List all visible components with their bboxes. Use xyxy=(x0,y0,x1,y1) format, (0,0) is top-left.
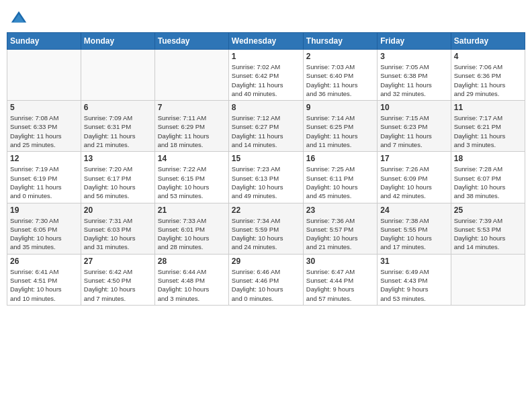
day-info: Sunrise: 7:30 AM Sunset: 6:05 PM Dayligh… xyxy=(10,216,78,252)
calendar-cell: 12Sunrise: 7:19 AM Sunset: 6:19 PM Dayli… xyxy=(7,152,81,203)
day-number: 18 xyxy=(454,154,522,163)
day-number: 1 xyxy=(232,52,300,61)
day-number: 11 xyxy=(454,103,522,112)
page-header xyxy=(7,7,525,28)
calendar-cell: 7Sunrise: 7:11 AM Sunset: 6:29 PM Daylig… xyxy=(154,101,228,152)
day-number: 19 xyxy=(10,205,78,215)
day-number: 28 xyxy=(158,257,226,266)
week-row-2: 5Sunrise: 7:08 AM Sunset: 6:33 PM Daylig… xyxy=(7,101,525,152)
calendar-cell: 23Sunrise: 7:36 AM Sunset: 5:57 PM Dayli… xyxy=(303,203,377,254)
day-number: 14 xyxy=(158,154,226,163)
day-number: 5 xyxy=(10,103,78,112)
day-info: Sunrise: 6:46 AM Sunset: 4:46 PM Dayligh… xyxy=(232,267,300,303)
weekday-header-friday: Friday xyxy=(378,33,451,50)
day-number: 29 xyxy=(232,257,300,266)
day-number: 13 xyxy=(84,154,152,163)
day-number: 17 xyxy=(380,154,447,163)
day-info: Sunrise: 7:34 AM Sunset: 5:59 PM Dayligh… xyxy=(232,216,300,252)
day-info: Sunrise: 7:12 AM Sunset: 6:27 PM Dayligh… xyxy=(232,113,300,149)
day-number: 25 xyxy=(454,205,522,215)
logo xyxy=(9,9,31,28)
calendar-table: SundayMondayTuesdayWednesdayThursdayFrid… xyxy=(7,32,525,306)
day-info: Sunrise: 6:49 AM Sunset: 4:43 PM Dayligh… xyxy=(380,267,447,303)
calendar-cell: 28Sunrise: 6:44 AM Sunset: 4:48 PM Dayli… xyxy=(154,254,228,305)
calendar-cell: 25Sunrise: 7:39 AM Sunset: 5:53 PM Dayli… xyxy=(451,203,525,254)
week-row-1: 1Sunrise: 7:02 AM Sunset: 6:42 PM Daylig… xyxy=(7,50,525,101)
calendar-cell: 6Sunrise: 7:09 AM Sunset: 6:31 PM Daylig… xyxy=(81,101,154,152)
calendar-cell: 11Sunrise: 7:17 AM Sunset: 6:21 PM Dayli… xyxy=(451,101,525,152)
day-info: Sunrise: 6:47 AM Sunset: 4:44 PM Dayligh… xyxy=(306,267,374,303)
calendar-cell xyxy=(7,50,81,101)
weekday-header-sunday: Sunday xyxy=(7,33,81,50)
calendar-cell: 30Sunrise: 6:47 AM Sunset: 4:44 PM Dayli… xyxy=(303,254,377,305)
calendar-cell: 10Sunrise: 7:15 AM Sunset: 6:23 PM Dayli… xyxy=(378,101,451,152)
day-info: Sunrise: 7:25 AM Sunset: 6:11 PM Dayligh… xyxy=(306,165,374,200)
calendar-cell: 3Sunrise: 7:05 AM Sunset: 6:38 PM Daylig… xyxy=(378,50,451,101)
day-number: 21 xyxy=(158,205,226,215)
calendar-cell: 17Sunrise: 7:26 AM Sunset: 6:09 PM Dayli… xyxy=(378,152,451,203)
week-row-4: 19Sunrise: 7:30 AM Sunset: 6:05 PM Dayli… xyxy=(7,203,525,254)
day-info: Sunrise: 7:09 AM Sunset: 6:31 PM Dayligh… xyxy=(84,113,152,149)
day-number: 6 xyxy=(84,103,152,112)
day-number: 8 xyxy=(232,103,300,112)
calendar-cell xyxy=(154,50,228,101)
calendar-cell: 9Sunrise: 7:14 AM Sunset: 6:25 PM Daylig… xyxy=(303,101,377,152)
calendar-cell: 19Sunrise: 7:30 AM Sunset: 6:05 PM Dayli… xyxy=(7,203,81,254)
calendar-cell xyxy=(81,50,154,101)
day-number: 27 xyxy=(84,257,152,266)
day-info: Sunrise: 6:44 AM Sunset: 4:48 PM Dayligh… xyxy=(158,267,226,303)
day-info: Sunrise: 7:20 AM Sunset: 6:17 PM Dayligh… xyxy=(84,165,152,200)
day-number: 22 xyxy=(232,205,300,215)
weekday-header-monday: Monday xyxy=(81,33,154,50)
day-info: Sunrise: 7:36 AM Sunset: 5:57 PM Dayligh… xyxy=(306,216,374,252)
day-number: 4 xyxy=(454,52,522,61)
day-info: Sunrise: 7:31 AM Sunset: 6:03 PM Dayligh… xyxy=(84,216,152,252)
calendar-cell: 24Sunrise: 7:38 AM Sunset: 5:55 PM Dayli… xyxy=(378,203,451,254)
day-number: 20 xyxy=(84,205,152,215)
calendar-cell: 5Sunrise: 7:08 AM Sunset: 6:33 PM Daylig… xyxy=(7,101,81,152)
day-info: Sunrise: 7:26 AM Sunset: 6:09 PM Dayligh… xyxy=(380,165,447,200)
calendar-cell: 18Sunrise: 7:28 AM Sunset: 6:07 PM Dayli… xyxy=(451,152,525,203)
calendar-cell: 26Sunrise: 6:41 AM Sunset: 4:51 PM Dayli… xyxy=(7,254,81,305)
calendar-cell: 15Sunrise: 7:23 AM Sunset: 6:13 PM Dayli… xyxy=(228,152,303,203)
day-number: 15 xyxy=(232,154,300,163)
day-number: 12 xyxy=(10,154,78,163)
day-number: 16 xyxy=(306,154,374,163)
day-number: 31 xyxy=(380,257,447,266)
day-info: Sunrise: 7:15 AM Sunset: 6:23 PM Dayligh… xyxy=(380,113,447,149)
calendar-cell: 2Sunrise: 7:03 AM Sunset: 6:40 PM Daylig… xyxy=(303,50,377,101)
day-info: Sunrise: 7:11 AM Sunset: 6:29 PM Dayligh… xyxy=(158,113,226,149)
weekday-header-row: SundayMondayTuesdayWednesdayThursdayFrid… xyxy=(7,33,525,50)
calendar-cell: 20Sunrise: 7:31 AM Sunset: 6:03 PM Dayli… xyxy=(81,203,154,254)
day-info: Sunrise: 7:14 AM Sunset: 6:25 PM Dayligh… xyxy=(306,113,374,149)
day-info: Sunrise: 7:03 AM Sunset: 6:40 PM Dayligh… xyxy=(306,62,374,98)
day-info: Sunrise: 6:42 AM Sunset: 4:50 PM Dayligh… xyxy=(84,267,152,303)
day-number: 24 xyxy=(380,205,447,215)
day-number: 3 xyxy=(380,52,447,61)
calendar-cell: 31Sunrise: 6:49 AM Sunset: 4:43 PM Dayli… xyxy=(378,254,451,305)
calendar-cell: 16Sunrise: 7:25 AM Sunset: 6:11 PM Dayli… xyxy=(303,152,377,203)
calendar-cell: 13Sunrise: 7:20 AM Sunset: 6:17 PM Dayli… xyxy=(81,152,154,203)
calendar-cell: 29Sunrise: 6:46 AM Sunset: 4:46 PM Dayli… xyxy=(228,254,303,305)
day-info: Sunrise: 7:28 AM Sunset: 6:07 PM Dayligh… xyxy=(454,165,522,200)
calendar-cell: 4Sunrise: 7:06 AM Sunset: 6:36 PM Daylig… xyxy=(451,50,525,101)
week-row-3: 12Sunrise: 7:19 AM Sunset: 6:19 PM Dayli… xyxy=(7,152,525,203)
day-info: Sunrise: 7:23 AM Sunset: 6:13 PM Dayligh… xyxy=(232,165,300,200)
day-info: Sunrise: 7:38 AM Sunset: 5:55 PM Dayligh… xyxy=(380,216,447,252)
calendar-cell: 27Sunrise: 6:42 AM Sunset: 4:50 PM Dayli… xyxy=(81,254,154,305)
logo-icon xyxy=(9,9,28,28)
calendar-cell: 22Sunrise: 7:34 AM Sunset: 5:59 PM Dayli… xyxy=(228,203,303,254)
weekday-header-thursday: Thursday xyxy=(303,33,377,50)
day-info: Sunrise: 7:05 AM Sunset: 6:38 PM Dayligh… xyxy=(380,62,447,98)
day-info: Sunrise: 6:41 AM Sunset: 4:51 PM Dayligh… xyxy=(10,267,78,303)
day-number: 23 xyxy=(306,205,374,215)
day-info: Sunrise: 7:08 AM Sunset: 6:33 PM Dayligh… xyxy=(10,113,78,149)
day-number: 30 xyxy=(306,257,374,266)
calendar-cell: 1Sunrise: 7:02 AM Sunset: 6:42 PM Daylig… xyxy=(228,50,303,101)
day-info: Sunrise: 7:22 AM Sunset: 6:15 PM Dayligh… xyxy=(158,165,226,200)
day-number: 7 xyxy=(158,103,226,112)
calendar-cell: 14Sunrise: 7:22 AM Sunset: 6:15 PM Dayli… xyxy=(154,152,228,203)
day-number: 26 xyxy=(10,257,78,266)
calendar-cell xyxy=(451,254,525,305)
day-info: Sunrise: 7:33 AM Sunset: 6:01 PM Dayligh… xyxy=(158,216,226,252)
